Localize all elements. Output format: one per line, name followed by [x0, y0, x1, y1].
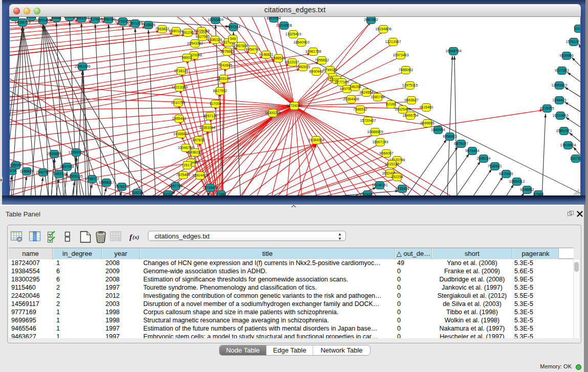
svg-text:7515526: 7515526 [141, 23, 155, 27]
svg-text:19384554: 19384554 [308, 138, 324, 142]
svg-text:83152: 83152 [163, 192, 173, 195]
svg-text:10671355: 10671355 [127, 21, 143, 25]
svg-text:12353594: 12353594 [199, 126, 215, 129]
svg-text:1517: 1517 [183, 163, 191, 167]
svg-text:10961758: 10961758 [305, 50, 321, 53]
svg-text:8186328: 8186328 [208, 38, 222, 41]
svg-text:1145194: 1145194 [52, 172, 66, 176]
svg-text:546: 546 [230, 37, 236, 40]
svg-text:9115460: 9115460 [420, 105, 433, 109]
svg-text:8322037: 8322037 [285, 60, 299, 64]
svg-text:12505135: 12505135 [67, 174, 82, 178]
svg-text:8215955: 8215955 [540, 106, 554, 110]
svg-text:12093822: 12093822 [551, 83, 567, 87]
svg-text:9245652: 9245652 [520, 188, 534, 191]
svg-text:117004: 117004 [210, 102, 222, 105]
svg-text:1965493: 1965493 [172, 117, 186, 120]
svg-text:8813054: 8813054 [267, 17, 280, 20]
svg-text:19218506: 19218506 [276, 24, 292, 27]
svg-text:8990448: 8990448 [309, 70, 323, 73]
svg-text:7986532: 7986532 [353, 107, 367, 111]
svg-text:116753: 116753 [570, 157, 580, 160]
svg-text:17016504: 17016504 [560, 143, 576, 147]
svg-text:10654112: 10654112 [509, 180, 525, 183]
svg-text:18640910: 18640910 [293, 40, 309, 44]
svg-text:1615132: 1615132 [385, 162, 399, 166]
svg-text:7485063: 7485063 [399, 68, 412, 72]
svg-text:1678275: 1678275 [115, 185, 128, 188]
svg-text:119234: 119234 [132, 191, 143, 194]
svg-text:10025438: 10025438 [395, 107, 410, 111]
svg-text:16210643: 16210643 [552, 114, 568, 117]
svg-text:8958923: 8958923 [443, 135, 456, 138]
svg-text:33154: 33154 [10, 169, 17, 172]
svg-text:9463627: 9463627 [404, 98, 418, 102]
svg-text:6794028: 6794028 [323, 68, 337, 72]
svg-text:92450: 92450 [362, 192, 373, 195]
svg-text:6966160: 6966160 [101, 17, 115, 21]
svg-text:87969: 87969 [533, 192, 543, 195]
svg-text:9777169: 9777169 [335, 80, 349, 84]
svg-text:3875685: 3875685 [220, 50, 234, 53]
svg-text:10958117: 10958117 [99, 181, 115, 184]
svg-text:3824554: 3824554 [359, 91, 373, 94]
svg-text:835061: 835061 [10, 163, 21, 167]
svg-text:1244415: 1244415 [552, 98, 566, 102]
svg-text:7955812: 7955812 [315, 58, 329, 62]
svg-text:2087682: 2087682 [364, 18, 378, 21]
svg-text:13226058: 13226058 [193, 29, 209, 33]
svg-text:15716485: 15716485 [202, 186, 218, 189]
svg-text:11123: 11123 [574, 27, 580, 30]
svg-text:2803144: 2803144 [216, 77, 230, 80]
svg-text:98903: 98903 [182, 56, 192, 59]
svg-text:89488: 89488 [51, 17, 61, 19]
svg-text:8267130: 8267130 [203, 114, 217, 118]
svg-text:7625402: 7625402 [176, 173, 190, 177]
svg-text:15751074: 15751074 [565, 40, 580, 43]
svg-text:8471626: 8471626 [499, 172, 513, 176]
svg-text:8498222: 8498222 [188, 150, 202, 154]
svg-text:19166827: 19166827 [173, 132, 189, 136]
svg-text:252254: 252254 [391, 175, 403, 179]
svg-text:20053346: 20053346 [74, 64, 90, 68]
svg-text:10653287: 10653287 [73, 17, 89, 20]
svg-text:1527602: 1527602 [88, 17, 102, 21]
svg-text:1795722: 1795722 [85, 177, 99, 181]
svg-text:8454749: 8454749 [246, 48, 259, 51]
svg-text:2967608: 2967608 [234, 44, 248, 48]
svg-text:77450: 77450 [216, 192, 226, 195]
svg-text:1156829: 1156829 [20, 169, 34, 173]
svg-text:16648784: 16648784 [445, 49, 461, 53]
svg-text:2935114: 2935114 [477, 157, 491, 160]
svg-text:9242845: 9242845 [218, 63, 232, 67]
svg-text:12213967: 12213967 [385, 40, 401, 43]
svg-text:2718126: 2718126 [174, 69, 188, 73]
svg-text:7632621: 7632621 [488, 164, 502, 168]
svg-text:9227343: 9227343 [555, 69, 569, 72]
svg-text:17359924: 17359924 [68, 150, 84, 154]
svg-text:18495754: 18495754 [402, 114, 418, 117]
svg-text:1010755: 1010755 [171, 101, 185, 104]
svg-text:1640954: 1640954 [431, 128, 445, 132]
svg-text:9146821: 9146821 [259, 53, 273, 56]
svg-text:9397588: 9397588 [60, 165, 74, 168]
svg-text:20691406: 20691406 [35, 18, 51, 22]
svg-text:12213389: 12213389 [171, 85, 187, 89]
svg-text:10973493: 10973493 [393, 53, 408, 57]
svg-text:14136141: 14136141 [372, 183, 387, 187]
svg-text:9329966: 9329966 [559, 54, 573, 57]
svg-text:2942757: 2942757 [36, 170, 50, 174]
svg-text:8427552: 8427552 [213, 89, 227, 93]
svg-text:(x): (x) [133, 234, 139, 240]
svg-text:867833: 867833 [192, 138, 204, 142]
svg-text:14055713: 14055713 [14, 20, 30, 24]
svg-text:22693: 22693 [10, 17, 19, 18]
svg-text:18907249: 18907249 [372, 140, 388, 144]
svg-text:1362615: 1362615 [296, 65, 310, 69]
svg-text:16154808: 16154808 [375, 27, 391, 31]
svg-text:15892971: 15892971 [556, 129, 572, 133]
svg-text:16033809: 16033809 [207, 18, 223, 21]
svg-text:20364436: 20364436 [343, 97, 359, 101]
svg-text:9474444: 9474444 [465, 149, 479, 152]
svg-text:7563822: 7563822 [155, 27, 169, 31]
